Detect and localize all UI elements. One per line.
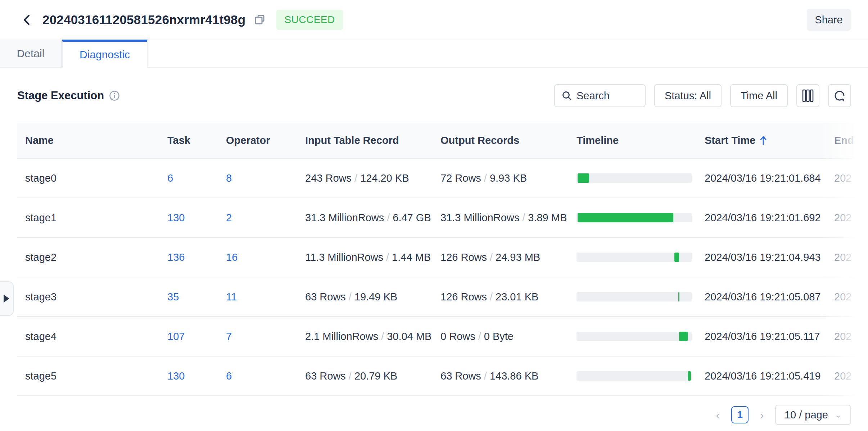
cell-start-time: 2024/03/16 19:21:05.117 bbox=[697, 331, 826, 342]
copy-button[interactable] bbox=[253, 13, 266, 26]
cell-input: 11.3 MillionRows/1.44 MB bbox=[297, 251, 433, 263]
table-toolbar: Status: All Time All bbox=[554, 84, 851, 107]
refresh-button[interactable] bbox=[828, 84, 851, 107]
table-row: stage1 130 2 31.3 MillionRows/6.47 GB 31… bbox=[17, 198, 868, 238]
output-records: 63 Rows bbox=[440, 370, 481, 382]
table-rows: stage0 6 8 243 Rows/124.20 KB 72 Rows/9.… bbox=[17, 159, 868, 396]
operator-link[interactable]: 2 bbox=[226, 212, 232, 223]
cell-timeline bbox=[569, 371, 697, 381]
task-link[interactable]: 130 bbox=[167, 370, 185, 382]
triangle-right-icon bbox=[4, 295, 9, 303]
input-sep: / bbox=[346, 370, 354, 382]
cell-name: stage4 bbox=[17, 331, 159, 342]
cell-name: stage5 bbox=[17, 370, 159, 382]
operator-link[interactable]: 8 bbox=[226, 172, 232, 184]
operator-link[interactable]: 11 bbox=[226, 291, 237, 303]
time-filter-button[interactable]: Time All bbox=[730, 84, 788, 107]
col-header-output: Output Records bbox=[433, 135, 569, 146]
timeline-bar-segment bbox=[678, 292, 679, 301]
cell-output: 126 Rows/23.01 KB bbox=[433, 291, 569, 303]
page-title: 202403161120581526nxrmr41t98g bbox=[42, 13, 245, 27]
operator-link[interactable]: 6 bbox=[226, 370, 232, 382]
next-page-button[interactable]: › bbox=[756, 408, 767, 422]
cell-end-time: 202 bbox=[826, 291, 868, 303]
input-sep: / bbox=[346, 291, 354, 303]
cell-start-time: 2024/03/16 19:21:01.684 bbox=[697, 172, 826, 184]
tab-detail[interactable]: Detail bbox=[0, 40, 62, 67]
current-page-button[interactable]: 1 bbox=[731, 406, 749, 423]
output-sep: / bbox=[481, 370, 490, 382]
tab-diagnostic[interactable]: Diagnostic bbox=[62, 40, 148, 68]
col-header-start-time[interactable]: Start Time bbox=[705, 135, 826, 146]
output-records: 126 Rows bbox=[440, 251, 487, 263]
timeline-bar bbox=[577, 213, 692, 222]
input-size: 6.47 GB bbox=[393, 212, 431, 223]
expand-side-panel-button[interactable] bbox=[0, 281, 14, 316]
search-input[interactable] bbox=[577, 90, 630, 102]
output-sep: / bbox=[487, 291, 496, 303]
stage-table: Name Task Operator Input Table Record Ou… bbox=[17, 123, 868, 396]
cell-name: stage2 bbox=[17, 251, 159, 263]
column-settings-button[interactable] bbox=[796, 84, 819, 107]
input-records: 243 Rows bbox=[305, 172, 352, 184]
cell-output: 72 Rows/9.93 KB bbox=[433, 172, 569, 184]
col-header-name: Name bbox=[17, 135, 159, 146]
output-sep: / bbox=[481, 172, 490, 184]
timeline-bar bbox=[577, 292, 692, 301]
output-records: 126 Rows bbox=[440, 291, 487, 303]
columns-icon bbox=[801, 89, 815, 103]
cell-start-time: 2024/03/16 19:21:04.943 bbox=[697, 251, 826, 263]
share-button[interactable]: Share bbox=[807, 9, 851, 31]
task-link[interactable]: 35 bbox=[167, 291, 179, 303]
cell-name: stage0 bbox=[17, 172, 159, 184]
output-records: 0 Rows bbox=[440, 331, 475, 342]
status-filter-button[interactable]: Status: All bbox=[654, 84, 722, 107]
input-sep: / bbox=[352, 172, 360, 184]
info-icon[interactable] bbox=[109, 90, 120, 101]
input-records: 31.3 MillionRows bbox=[305, 212, 384, 223]
cell-start-time: 2024/03/16 19:21:05.087 bbox=[697, 291, 826, 303]
timeline-bar bbox=[577, 371, 692, 381]
cell-end-time: 202 bbox=[826, 251, 868, 263]
output-records: 72 Rows bbox=[440, 172, 481, 184]
cell-input: 2.1 MillionRows/30.04 MB bbox=[297, 331, 433, 342]
output-sep: / bbox=[519, 212, 528, 223]
back-button[interactable] bbox=[19, 12, 35, 28]
input-size: 19.49 KB bbox=[354, 291, 397, 303]
table-row: stage3 35 11 63 Rows/19.49 KB 126 Rows/2… bbox=[17, 277, 868, 317]
sort-ascending-icon bbox=[759, 135, 768, 146]
task-link[interactable]: 107 bbox=[167, 331, 185, 342]
previous-page-button[interactable]: ‹ bbox=[713, 408, 723, 422]
cell-output: 31.3 MillionRows/3.89 MB bbox=[433, 212, 569, 224]
input-sep: / bbox=[383, 251, 392, 263]
output-size: 3.89 MB bbox=[528, 212, 567, 223]
output-sep: / bbox=[475, 331, 484, 342]
timeline-bar bbox=[577, 332, 692, 341]
page-size-select[interactable]: 10 / page ⌄ bbox=[775, 405, 851, 425]
timeline-bar-segment bbox=[679, 332, 688, 341]
tab-bar: Detail Diagnostic bbox=[0, 40, 868, 68]
cell-timeline bbox=[569, 213, 697, 222]
cell-end-time: 202 bbox=[826, 212, 868, 224]
cell-end-time: 202 bbox=[826, 331, 868, 342]
input-records: 63 Rows bbox=[305, 370, 346, 382]
cell-timeline bbox=[569, 332, 697, 341]
task-link[interactable]: 130 bbox=[167, 212, 185, 223]
copy-icon bbox=[254, 14, 266, 26]
timeline-bar-segment bbox=[578, 173, 589, 183]
operator-link[interactable]: 7 bbox=[226, 331, 232, 342]
chevron-down-icon: ⌄ bbox=[835, 410, 842, 420]
chevron-left-icon bbox=[22, 13, 32, 27]
output-size: 24.93 MB bbox=[496, 251, 540, 263]
output-size: 143.86 KB bbox=[490, 370, 538, 382]
operator-link[interactable]: 16 bbox=[226, 251, 238, 263]
search-box[interactable] bbox=[554, 84, 646, 107]
page-header: 202403161120581526nxrmr41t98g SUCCEED Sh… bbox=[0, 0, 868, 40]
search-icon bbox=[561, 90, 572, 101]
task-link[interactable]: 136 bbox=[167, 251, 185, 263]
table-row: stage4 107 7 2.1 MillionRows/30.04 MB 0 … bbox=[17, 317, 868, 357]
cell-timeline bbox=[569, 253, 697, 262]
input-sep: / bbox=[384, 212, 393, 223]
input-size: 20.79 KB bbox=[354, 370, 397, 382]
task-link[interactable]: 6 bbox=[167, 172, 173, 184]
